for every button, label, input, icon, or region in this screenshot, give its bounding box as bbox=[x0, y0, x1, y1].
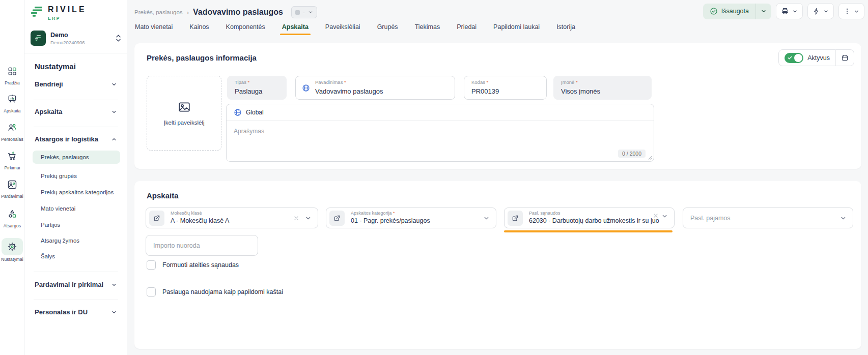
tab-grupes[interactable]: Grupės bbox=[377, 22, 399, 35]
kodas-input[interactable] bbox=[471, 87, 538, 95]
sidebar-group-apskaita[interactable]: Apskaita bbox=[35, 108, 117, 115]
language-tab-global[interactable]: Global bbox=[227, 104, 654, 121]
brand-logo[interactable]: RIVILE ERP bbox=[31, 5, 87, 21]
people-icon bbox=[3, 120, 22, 135]
globe-icon bbox=[302, 84, 310, 92]
brand-name: RIVILE bbox=[48, 5, 87, 14]
sidebar-group-pardavimai-pirkimai[interactable]: Pardavimai ir pirkimai bbox=[35, 281, 117, 288]
calendar-button[interactable] bbox=[836, 54, 854, 62]
pasl-sanaudos-select[interactable]: Pasl. sąnaudos 62030 - Darbuotojų darbo … bbox=[504, 208, 675, 228]
account-switcher[interactable]: Demo Demo20240906 bbox=[31, 31, 121, 46]
rail-item-label: Pradžia bbox=[0, 80, 24, 85]
rail-item-pirkimai[interactable]: Pirkimai bbox=[0, 149, 24, 170]
variant-swatch-icon bbox=[295, 10, 300, 15]
rail-item-pradzia[interactable]: Pradžia bbox=[0, 64, 24, 85]
sidebar-item-prekes-paslaugos[interactable]: Prekės, paslaugos bbox=[33, 151, 120, 164]
chevron-down-icon bbox=[840, 215, 847, 221]
main-content: Prekės, paslaugos › Vadovavimo paslaugos… bbox=[127, 0, 868, 355]
saved-split-button[interactable]: Išsaugota bbox=[703, 4, 771, 19]
external-link-icon bbox=[153, 215, 160, 222]
field-label: Įmonė bbox=[561, 79, 578, 85]
tab-tiekimas[interactable]: Tiekimas bbox=[414, 22, 441, 35]
sidebar-group-atsargos-logistika[interactable]: Atsargos ir logistika bbox=[35, 135, 117, 143]
toggle-switch[interactable] bbox=[785, 53, 803, 63]
open-record-button[interactable] bbox=[329, 211, 345, 226]
imone-field: Įmonė Visos įmonės bbox=[553, 76, 652, 100]
chevron-down-icon bbox=[111, 309, 117, 315]
sidebar-item-salys[interactable]: Šalys bbox=[41, 253, 55, 259]
tab-istorija[interactable]: Istorija bbox=[556, 22, 576, 35]
page-title: Vadovavimo paslaugos bbox=[193, 8, 283, 17]
chevron-down-icon bbox=[111, 81, 117, 87]
sidebar-item-prekiu-apskaitos-kategorijos[interactable]: Prekių apskaitos kategorijos bbox=[41, 189, 114, 195]
calendar-icon bbox=[841, 54, 849, 62]
sidebar-title: Nustatymai bbox=[35, 62, 76, 71]
group-label: Bendrieji bbox=[35, 80, 63, 88]
sidebar-item-atsargu-zymos[interactable]: Atsargų žymos bbox=[41, 238, 79, 244]
more-menu-button[interactable] bbox=[838, 3, 864, 19]
sidebar-group-personalas-du[interactable]: Personalas ir DU bbox=[35, 308, 117, 316]
breadcrumb-parent[interactable]: Prekės, paslaugos bbox=[134, 9, 183, 15]
person-arrow-icon bbox=[3, 177, 22, 192]
sidebar-item-mato-vienetai[interactable]: Mato vienetai bbox=[41, 205, 75, 212]
tab-papildomi-laukai[interactable]: Papildomi laukai bbox=[493, 22, 540, 35]
account-avatar bbox=[31, 31, 46, 46]
checkbox-icon[interactable] bbox=[147, 260, 156, 270]
shapes-icon bbox=[3, 206, 22, 222]
print-button[interactable] bbox=[776, 3, 803, 19]
open-record-button[interactable] bbox=[508, 211, 523, 226]
field-label: Kodas bbox=[471, 79, 488, 85]
kodas-field[interactable]: Kodas bbox=[464, 76, 547, 100]
rail-item-label: Atsargos bbox=[0, 223, 24, 228]
rail-item-personalas[interactable]: Personalas bbox=[0, 120, 24, 142]
card-title: Apskaita bbox=[147, 191, 179, 200]
rail-item-label: Nustatymai bbox=[0, 257, 24, 262]
sidebar-item-partijos[interactable]: Partijos bbox=[41, 222, 60, 228]
actions-button[interactable] bbox=[807, 3, 834, 19]
group-label: Pardavimai ir pirkimai bbox=[35, 281, 103, 288]
divider bbox=[34, 272, 118, 272]
sidebar-item-prekiu-grupes[interactable]: Prekių grupės bbox=[41, 173, 77, 179]
rail-item-atsargos[interactable]: Atsargos bbox=[0, 206, 24, 228]
active-toggle[interactable]: Aktyvus bbox=[779, 53, 835, 63]
clear-icon[interactable] bbox=[653, 213, 659, 219]
field-label: Apskaitos kategorija bbox=[351, 211, 395, 216]
image-upload-dropzone[interactable]: Įkelti paveikslėlį bbox=[147, 76, 221, 151]
tab-mato-vienetai[interactable]: Mato vienetai bbox=[134, 22, 173, 35]
tab-komponentes[interactable]: Komponentės bbox=[226, 22, 266, 35]
apskaitos-kategorija-select[interactable]: Apskaitos kategorija 01 - Pagr. prekės/p… bbox=[326, 208, 496, 228]
image-icon bbox=[178, 101, 191, 114]
variant-select[interactable]: - bbox=[291, 6, 317, 18]
brand-sub: ERP bbox=[48, 16, 87, 21]
checkbox-label: Paslauga naudojama kaip papildomi kaštai bbox=[162, 288, 283, 295]
importo-nuoroda-input[interactable] bbox=[146, 235, 258, 256]
formuoti-ateities-sanaudas-checkbox-row[interactable]: Formuoti ateities sąnaudas bbox=[147, 260, 239, 270]
group-label: Atsargos ir logistika bbox=[35, 135, 98, 143]
product-info-card: Prekės, paslaugos informacija Aktyvus Įk… bbox=[134, 43, 861, 169]
field-value: 62030 - Darbuotojų darbo užmokestis ir s… bbox=[529, 217, 660, 224]
sidebar-group-bendrieji[interactable]: Bendrieji bbox=[35, 80, 117, 88]
chevron-down-icon bbox=[761, 8, 767, 14]
tab-priedai[interactable]: Priedai bbox=[456, 22, 477, 35]
papildomi-kastai-checkbox-row[interactable]: Paslauga naudojama kaip papildomi kaštai bbox=[147, 287, 283, 297]
divider bbox=[34, 100, 118, 100]
clear-icon[interactable] bbox=[293, 215, 299, 221]
tab-paveiksleliai[interactable]: Paveikslėliai bbox=[325, 22, 361, 35]
chevron-up-icon bbox=[111, 136, 117, 142]
checkbox-icon[interactable] bbox=[147, 287, 156, 297]
tab-apskaita[interactable]: Apskaita bbox=[282, 22, 309, 35]
open-record-button[interactable] bbox=[149, 211, 164, 226]
tipas-field: Tipas Paslauga bbox=[227, 76, 287, 100]
description-textarea[interactable] bbox=[227, 122, 654, 150]
pavadinimas-input[interactable] bbox=[315, 87, 442, 95]
tab-kainos[interactable]: Kainos bbox=[189, 22, 209, 35]
rail-item-pardavimai[interactable]: Pardavimai bbox=[0, 177, 24, 199]
resize-handle-icon[interactable] bbox=[647, 155, 652, 160]
rail-item-apskaita[interactable]: Apskaita bbox=[0, 92, 24, 113]
saved-caret-button[interactable] bbox=[756, 8, 771, 14]
pavadinimas-field[interactable]: Pavadinimas bbox=[295, 76, 455, 100]
rail-item-nustatymai[interactable]: Nustatymai bbox=[0, 238, 24, 262]
breadcrumb: Prekės, paslaugos › Vadovavimo paslaugos… bbox=[134, 6, 317, 18]
mokesciu-klase-select[interactable]: Mokesčių klasė A - Mokesčių klasė A bbox=[146, 208, 318, 228]
pasl-pajamos-select[interactable]: Pasl. pajamos bbox=[683, 208, 853, 228]
